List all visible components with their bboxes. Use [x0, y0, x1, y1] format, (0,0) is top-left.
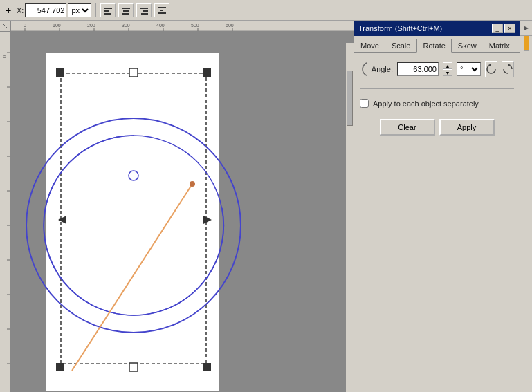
handle-tm[interactable]: [129, 68, 138, 77]
x-input[interactable]: [25, 3, 66, 17]
ruler-h-ticks: 0 100 200 300 400 500 600: [11, 21, 354, 32]
svg-rect-2: [104, 13, 111, 15]
tab-scale[interactable]: Scale: [385, 39, 417, 52]
page-background: [46, 53, 219, 391]
x-label: X:: [17, 6, 24, 15]
right-panel-item-3[interactable]: [520, 51, 532, 66]
svg-rect-8: [141, 13, 148, 15]
canvas-content[interactable]: [11, 32, 354, 392]
tab-rotate[interactable]: Rotate: [416, 39, 451, 53]
angle-unit-select[interactable]: ° rad grad: [457, 62, 481, 76]
distribute-icon: [157, 6, 167, 15]
svg-rect-9: [158, 7, 166, 8]
action-buttons-row: Clear Apply: [360, 119, 514, 136]
svg-rect-5: [122, 13, 129, 15]
svg-text:200: 200: [87, 23, 95, 28]
right-panel-item-2[interactable]: [524, 36, 529, 51]
svg-rect-0: [104, 8, 112, 9]
rotate-cw-icon: [502, 64, 513, 75]
ruler-corner: [0, 21, 11, 32]
main-area: 0 100 200 300 400 500 600: [0, 21, 532, 392]
svg-rect-10: [158, 12, 166, 14]
align-left-button[interactable]: [100, 3, 116, 17]
line-endpoint[interactable]: [190, 181, 195, 187]
clear-button[interactable]: Clear: [380, 119, 435, 136]
panel-close-button[interactable]: ×: [504, 24, 515, 33]
toolbar-separator-1: [95, 3, 96, 17]
tab-move[interactable]: Move: [354, 39, 385, 52]
svg-text:500: 500: [191, 23, 199, 28]
apply-each-row: Apply to each object separately: [360, 99, 514, 108]
svg-text:300: 300: [122, 23, 130, 28]
angle-decrement-button[interactable]: ▼: [443, 69, 452, 76]
handle-bm[interactable]: [129, 363, 138, 371]
panel-rotate-content: Angle: ▲ ▼ ° rad grad: [354, 53, 520, 142]
rotate-ccw-button[interactable]: [485, 61, 497, 77]
svg-line-12: [3, 24, 8, 28]
svg-text:100: 100: [53, 23, 61, 28]
transform-panel: Transform (Shift+Ctrl+M) _ × Move Scale …: [354, 21, 520, 392]
distribute-button[interactable]: [154, 3, 169, 17]
handle-br[interactable]: [203, 363, 211, 371]
right-panel-item-1[interactable]: ▶: [520, 21, 532, 36]
svg-point-40: [363, 62, 367, 76]
handle-tr[interactable]: [203, 68, 211, 77]
angle-input[interactable]: [397, 62, 439, 76]
panel-title: Transform (Shift+Ctrl+M): [358, 24, 442, 32]
svg-rect-7: [143, 10, 148, 12]
ruler-v-ticks: 0: [0, 32, 11, 392]
apply-each-label[interactable]: Apply to each object separately: [373, 100, 479, 108]
handle-tl[interactable]: [56, 68, 64, 77]
svg-rect-1: [104, 10, 109, 12]
align-right-button[interactable]: [136, 3, 152, 17]
svg-rect-4: [123, 10, 129, 12]
rotate-ccw-icon: [486, 64, 497, 75]
panel-minimize-button[interactable]: _: [492, 24, 503, 33]
svg-rect-11: [160, 10, 163, 11]
tab-skew[interactable]: Skew: [452, 39, 483, 52]
unit-select[interactable]: px: [68, 3, 91, 17]
crosshair-icon: +: [3, 5, 14, 16]
rotate-preview-icon: [360, 59, 367, 79]
x-coordinate-group: X: px: [17, 3, 91, 17]
svg-text:0: 0: [2, 55, 7, 58]
align-center-button[interactable]: [118, 3, 134, 17]
vertical-ruler: 0: [0, 32, 11, 392]
horizontal-ruler: 0 100 200 300 400 500 600: [11, 21, 354, 32]
align-left-icon: [103, 6, 113, 15]
rotate-cw-button[interactable]: [502, 61, 514, 77]
angle-row: Angle: ▲ ▼ ° rad grad: [360, 59, 514, 79]
panel-titlebar-buttons: _ ×: [492, 24, 515, 33]
right-panel: ▶: [520, 21, 532, 392]
svg-text:400: 400: [156, 23, 165, 28]
ruler-corner-icon: [2, 23, 9, 30]
svg-text:0: 0: [24, 23, 26, 28]
align-center-icon: [121, 6, 131, 15]
apply-button[interactable]: Apply: [439, 119, 495, 136]
panel-tabs: Move Scale Rotate Skew Matrix: [354, 36, 520, 53]
divider-1: [360, 88, 514, 89]
svg-rect-6: [140, 8, 148, 9]
panel-titlebar: Transform (Shift+Ctrl+M) _ ×: [354, 21, 520, 36]
apply-each-checkbox[interactable]: [360, 99, 369, 108]
main-toolbar: + X: px: [0, 0, 532, 21]
svg-rect-3: [122, 8, 130, 9]
angle-label: Angle:: [372, 65, 393, 73]
angle-increment-button[interactable]: ▲: [443, 62, 452, 69]
handle-bl[interactable]: [56, 363, 64, 371]
angle-spinner: ▲ ▼: [443, 62, 452, 76]
svg-text:600: 600: [226, 23, 234, 28]
align-right-icon: [139, 6, 149, 15]
tab-matrix[interactable]: Matrix: [483, 39, 516, 52]
drawing-canvas[interactable]: [11, 32, 267, 392]
canvas-area[interactable]: 0 100 200 300 400 500 600: [0, 21, 354, 392]
vertical-scrollbar[interactable]: [345, 43, 354, 392]
scrollbar-thumb[interactable]: [347, 71, 353, 126]
